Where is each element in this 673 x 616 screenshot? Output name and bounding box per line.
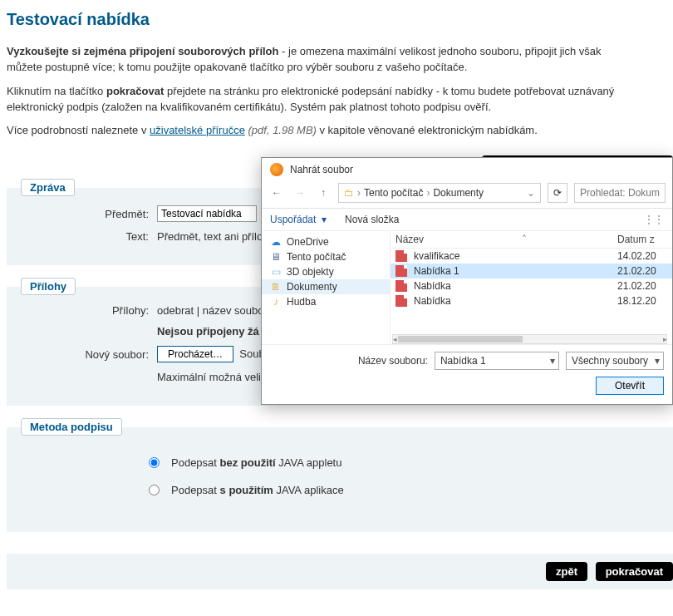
radio-with-java[interactable]: Podepsat s použitím JAVA aplikace xyxy=(149,484,664,496)
tree-item[interactable]: 🗎Dokumenty xyxy=(262,279,390,294)
file-list: Název˄ Datum z kvalifikace14.02.20Nabídk… xyxy=(391,231,672,344)
view-options-icon[interactable]: ⋮⋮ xyxy=(644,214,664,225)
col-date-header[interactable]: Datum z xyxy=(617,234,667,245)
intro-text-3a: Více podrobností naleznete v xyxy=(7,124,150,136)
predmet-input[interactable] xyxy=(157,205,257,222)
back-button[interactable]: zpět xyxy=(546,562,587,581)
legend-podpis: Metoda podpisu xyxy=(21,418,122,436)
prilohy-label: Přílohy: xyxy=(16,304,157,317)
search-input[interactable]: Prohledat: Dokum xyxy=(574,183,666,203)
legend-zprava: Zpráva xyxy=(21,179,75,196)
legend-prilohy: Přílohy xyxy=(21,278,76,295)
tree-item-label: OneDrive xyxy=(287,236,329,248)
tree-item[interactable]: 🖥Tento počítač xyxy=(262,249,390,264)
pdf-icon xyxy=(395,280,407,292)
tree-item[interactable]: ▭3D objekty xyxy=(262,264,390,279)
file-row[interactable]: Nabídka21.02.20 xyxy=(391,278,672,293)
file-date: 18.12.20 xyxy=(617,295,667,307)
predmet-label: Předmět: xyxy=(16,208,157,220)
tree-item-icon: 🗎 xyxy=(270,281,282,293)
tree-item-icon: ☁ xyxy=(270,236,282,248)
file-name: Nabídka 1 xyxy=(414,265,617,277)
file-name: kvalifikace xyxy=(414,250,617,262)
horizontal-scrollbar[interactable]: ◂ ▸ xyxy=(392,334,667,344)
intro-strong-2: pokračovat xyxy=(106,85,164,97)
tree-item-label: 3D objekty xyxy=(287,266,334,278)
novy-soubor-label: Nový soubor: xyxy=(16,348,157,361)
intro-strong-1: Vyzkoušejte si zejména připojení souboro… xyxy=(7,45,278,57)
tree-item[interactable]: ♪Hudba xyxy=(262,294,390,309)
filename-label: Název souboru: xyxy=(358,355,428,367)
file-dialog: Nahrát soubor ← → ↑ 🗀 › Tento počítač › … xyxy=(261,157,673,405)
dialog-title: Nahrát soubor xyxy=(290,164,353,175)
organize-menu[interactable]: Uspořádat ▾ xyxy=(270,214,327,225)
scroll-right-icon[interactable]: ▸ xyxy=(661,335,669,343)
file-date: 21.02.20 xyxy=(617,280,667,292)
intro-text: Vyzkoušejte si zejména připojení souboro… xyxy=(7,44,673,139)
file-row[interactable]: Nabídka18.12.20 xyxy=(391,293,672,308)
tree-item-icon: ♪ xyxy=(270,296,282,308)
filetype-filter[interactable]: Všechny soubory xyxy=(566,352,664,370)
radio-no-java-input[interactable] xyxy=(149,457,160,468)
nav-back-icon[interactable]: ← xyxy=(268,185,285,201)
file-date: 21.02.20 xyxy=(617,265,667,277)
intro-text-3b: v kapitole věnované elektronickým nabídk… xyxy=(320,124,538,136)
refresh-button[interactable]: ⟳ xyxy=(548,183,567,203)
open-button[interactable]: Otevřít xyxy=(596,377,664,395)
tree-item-icon: ▭ xyxy=(270,266,282,278)
file-name: Nabídka xyxy=(414,295,617,307)
folder-icon: 🗀 xyxy=(344,187,354,199)
bc-root[interactable]: Tento počítač xyxy=(364,187,423,199)
breadcrumb[interactable]: 🗀 › Tento počítač › Dokumenty ⌄ xyxy=(338,183,541,203)
nav-up-icon[interactable]: ↑ xyxy=(315,185,332,201)
nav-forward-icon[interactable]: → xyxy=(292,185,308,201)
browse-button[interactable]: Procházet… xyxy=(157,346,233,362)
manual-link[interactable]: uživatelské příručce xyxy=(150,124,245,136)
tree-item-label: Tento počítač xyxy=(287,251,346,263)
folder-tree: ☁OneDrive🖥Tento počítač▭3D objekty🗎Dokum… xyxy=(262,231,391,344)
file-name: Nabídka xyxy=(414,280,617,292)
sort-asc-icon[interactable]: ˄ xyxy=(522,234,527,245)
intro-text-2a: Kliknutím na tlačítko xyxy=(7,85,106,97)
new-folder-button[interactable]: Nová složka xyxy=(345,214,399,225)
tree-item-icon: 🖥 xyxy=(270,251,282,263)
pdf-icon xyxy=(395,250,407,262)
file-row[interactable]: Nabídka 121.02.20 xyxy=(391,264,672,278)
col-name-header[interactable]: Název xyxy=(395,234,424,245)
text-label: Text: xyxy=(16,230,157,243)
pdf-icon xyxy=(395,295,407,307)
tree-item-label: Hudba xyxy=(287,296,316,308)
continue-button[interactable]: pokračovat xyxy=(596,562,673,581)
pdf-icon xyxy=(395,265,407,277)
text-value: Předmět, text ani přílo xyxy=(157,230,263,243)
file-row[interactable]: kvalifikace14.02.20 xyxy=(391,249,672,264)
prilohy-empty: Nejsou připojeny žá xyxy=(157,325,259,338)
section-podpis: Metoda podpisu Podepsat bez použití JAVA… xyxy=(7,427,673,532)
pdf-hint: (pdf, 1.98 MB) xyxy=(245,124,320,136)
firefox-icon xyxy=(270,163,283,176)
footer-buttons: zpět pokračovat xyxy=(7,554,673,589)
scrollbar-thumb[interactable] xyxy=(398,336,523,342)
radio-no-java[interactable]: Podepsat bez použití JAVA appletu xyxy=(149,456,664,469)
filename-combo[interactable]: Nabídka 1 xyxy=(435,352,559,370)
page-title: Testovací nabídka xyxy=(7,10,673,29)
radio-with-java-input[interactable] xyxy=(149,485,160,495)
tree-item[interactable]: ☁OneDrive xyxy=(262,234,390,249)
bc-leaf[interactable]: Dokumenty xyxy=(433,187,484,199)
file-date: 14.02.20 xyxy=(617,250,667,262)
tree-item-label: Dokumenty xyxy=(287,281,337,293)
